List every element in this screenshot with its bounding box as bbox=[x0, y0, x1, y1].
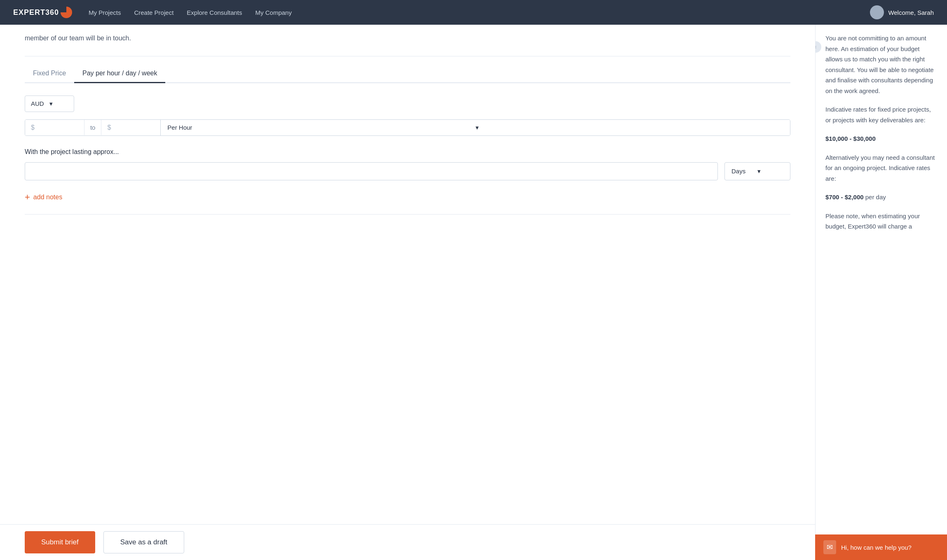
chat-icon: ✉ bbox=[823, 540, 836, 554]
range-to-input[interactable] bbox=[113, 124, 155, 131]
sidebar-toggle[interactable]: ‹ bbox=[815, 41, 821, 53]
chat-label: Hi, how can we help you? bbox=[841, 544, 912, 551]
currency-dropdown[interactable]: AUD ▾ bbox=[25, 96, 74, 112]
sidebar-para-1: You are not committing to an amount here… bbox=[825, 33, 937, 96]
sidebar-para-2: Indicative rates for fixed price project… bbox=[825, 104, 937, 125]
duration-input[interactable] bbox=[25, 162, 718, 180]
chevron-down-icon-unit: ▾ bbox=[476, 124, 783, 131]
sidebar-para-4: Alternatively you may need a consultant … bbox=[825, 152, 937, 184]
range-from-cell: $ bbox=[25, 120, 84, 135]
day-rate-range-value: $700 - $2,000 bbox=[825, 194, 864, 201]
duration-label: With the project lasting approx... bbox=[25, 148, 790, 156]
duration-row: Days ▾ bbox=[25, 162, 790, 180]
submit-brief-button[interactable]: Submit brief bbox=[25, 531, 95, 553]
welcome-text: Welcome, Sarah bbox=[888, 9, 934, 16]
rate-unit-dropdown[interactable]: Per Hour ▾ bbox=[160, 120, 790, 135]
avatar bbox=[870, 5, 884, 19]
add-notes-label: add notes bbox=[33, 194, 62, 201]
main-content: member of our team will be in touch. Fix… bbox=[0, 25, 815, 560]
nav-my-projects[interactable]: My Projects bbox=[89, 9, 121, 16]
add-notes-button[interactable]: + add notes bbox=[25, 193, 62, 202]
sidebar-fixed-price-range: $10,000 - $30,000 bbox=[825, 133, 937, 144]
intro-text: member of our team will be in touch. bbox=[25, 25, 790, 56]
nav-create-project[interactable]: Create Project bbox=[134, 9, 173, 16]
pricing-tabs: Fixed Price Pay per hour / day / week bbox=[25, 65, 790, 83]
dollar-icon-to: $ bbox=[107, 124, 111, 131]
nav-explore-consultants[interactable]: Explore Consultants bbox=[187, 9, 242, 16]
tab-fixed-price[interactable]: Fixed Price bbox=[25, 65, 74, 83]
range-to-label: to bbox=[84, 120, 102, 135]
logo: EXPERT360 bbox=[13, 7, 72, 18]
bottom-actions: Submit brief Save as a draft bbox=[0, 524, 815, 560]
chevron-down-icon: ▾ bbox=[49, 100, 68, 107]
chat-widget[interactable]: ✉ Hi, how can we help you? bbox=[815, 534, 947, 560]
nav-user: Welcome, Sarah bbox=[870, 5, 934, 19]
rate-unit-value: Per Hour bbox=[167, 124, 475, 131]
navbar: EXPERT360 My Projects Create Project Exp… bbox=[0, 0, 947, 25]
tab-pay-per[interactable]: Pay per hour / day / week bbox=[74, 65, 165, 83]
duration-unit-value: Days bbox=[731, 168, 757, 175]
rate-range-row: $ to $ Per Hour ▾ bbox=[25, 119, 790, 136]
chevron-down-icon-duration: ▾ bbox=[757, 168, 783, 175]
currency-value: AUD bbox=[31, 100, 49, 107]
sidebar-para-note: Please note, when estimating your budget… bbox=[825, 211, 937, 232]
logo-icon bbox=[61, 7, 72, 18]
dollar-icon-from: $ bbox=[31, 124, 35, 131]
right-sidebar: ‹ You are not committing to an amount he… bbox=[815, 25, 947, 560]
nav-links: My Projects Create Project Explore Consu… bbox=[89, 9, 870, 16]
logo-text: EXPERT360 bbox=[13, 8, 59, 17]
sidebar-day-rate: $700 - $2,000 per day bbox=[825, 192, 937, 203]
range-from-input[interactable] bbox=[37, 124, 78, 131]
section-divider bbox=[25, 214, 790, 215]
duration-unit-dropdown[interactable]: Days ▾ bbox=[724, 162, 790, 180]
plus-icon: + bbox=[25, 193, 30, 202]
per-day-label: per day bbox=[865, 194, 886, 201]
save-draft-button[interactable]: Save as a draft bbox=[103, 531, 184, 553]
page-layout: member of our team will be in touch. Fix… bbox=[0, 25, 947, 560]
range-to-cell: $ bbox=[101, 120, 160, 135]
nav-my-company[interactable]: My Company bbox=[256, 9, 292, 16]
fixed-price-range-value: $10,000 - $30,000 bbox=[825, 135, 876, 142]
